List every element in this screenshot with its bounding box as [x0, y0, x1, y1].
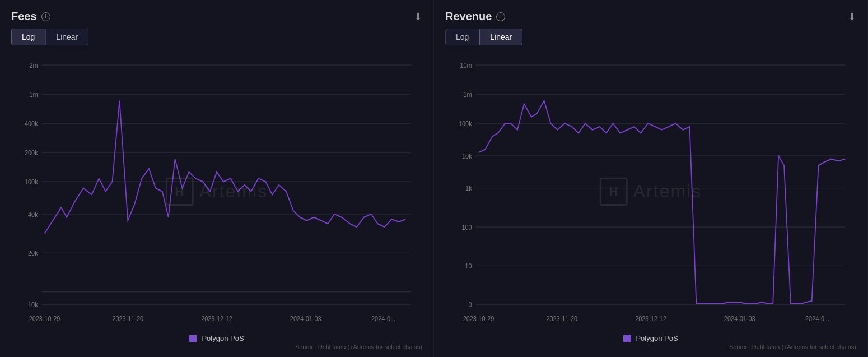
- fees-legend-label: Polygon PoS: [202, 334, 244, 342]
- svg-text:2m: 2m: [29, 61, 38, 69]
- fees-log-toggle[interactable]: Log: [11, 29, 45, 45]
- svg-text:2023-10-29: 2023-10-29: [463, 314, 494, 323]
- fees-legend-color: [189, 335, 197, 342]
- fees-legend: Polygon PoS: [11, 334, 422, 342]
- revenue-header: Revenue i ⬇: [445, 10, 856, 23]
- svg-text:10: 10: [465, 262, 472, 270]
- revenue-source: Source: DefiLlama (+Artemis for select c…: [445, 344, 856, 350]
- revenue-panel: Revenue i ⬇ Log Linear 10m 1m 100k 10k 1…: [434, 0, 868, 357]
- revenue-legend-color: [623, 335, 631, 342]
- revenue-title-group: Revenue i: [445, 10, 505, 23]
- fees-title-group: Fees i: [11, 10, 50, 23]
- svg-text:2024-0...: 2024-0...: [371, 314, 395, 323]
- revenue-download-icon[interactable]: ⬇: [848, 11, 856, 23]
- svg-text:100k: 100k: [459, 119, 472, 128]
- revenue-legend: Polygon PoS: [445, 334, 856, 342]
- svg-text:2023-12-12: 2023-12-12: [201, 314, 232, 323]
- fees-title: Fees: [11, 10, 37, 23]
- svg-text:200k: 200k: [25, 149, 38, 157]
- fees-chart-area: 2m 1m 400k 200k 100k 40k 20k 10k 2023-10…: [11, 52, 422, 331]
- fees-panel: Fees i ⬇ Log Linear 2m 1m 400k 200k 100k…: [0, 0, 434, 357]
- revenue-legend-label: Polygon PoS: [636, 334, 678, 342]
- fees-download-icon[interactable]: ⬇: [414, 11, 422, 23]
- svg-text:1m: 1m: [29, 90, 38, 99]
- svg-text:1m: 1m: [463, 90, 472, 99]
- svg-text:1k: 1k: [465, 184, 472, 193]
- fees-chart-svg: 2m 1m 400k 200k 100k 40k 20k 10k 2023-10…: [11, 52, 422, 331]
- revenue-chart-area: 10m 1m 100k 10k 1k 100 10 0 2023-10-29 2…: [445, 52, 856, 331]
- svg-text:2023-12-12: 2023-12-12: [635, 314, 666, 323]
- svg-text:2023-11-20: 2023-11-20: [546, 314, 577, 323]
- revenue-toggle-group: Log Linear: [445, 29, 856, 45]
- svg-text:100: 100: [461, 223, 472, 231]
- svg-text:2023-10-29: 2023-10-29: [29, 314, 60, 323]
- svg-text:20k: 20k: [28, 249, 38, 257]
- fees-source: Source: DefiLlama (+Artemis for select c…: [11, 344, 422, 350]
- svg-text:10k: 10k: [28, 301, 38, 309]
- fees-toggle-group: Log Linear: [11, 29, 422, 45]
- svg-text:400k: 400k: [25, 119, 38, 128]
- svg-text:40k: 40k: [28, 210, 38, 219]
- revenue-linear-toggle[interactable]: Linear: [479, 29, 522, 45]
- svg-text:2023-11-20: 2023-11-20: [112, 314, 143, 323]
- revenue-info-icon[interactable]: i: [496, 12, 505, 21]
- svg-text:10k: 10k: [462, 152, 472, 160]
- fees-linear-toggle[interactable]: Linear: [45, 29, 88, 45]
- revenue-title: Revenue: [445, 10, 492, 23]
- svg-text:2024-01-03: 2024-01-03: [724, 314, 755, 323]
- revenue-chart-svg: 10m 1m 100k 10k 1k 100 10 0 2023-10-29 2…: [445, 52, 856, 331]
- svg-text:0: 0: [469, 301, 472, 309]
- svg-text:10m: 10m: [460, 61, 472, 69]
- svg-text:2024-01-03: 2024-01-03: [290, 314, 321, 323]
- svg-text:2024-0...: 2024-0...: [805, 314, 829, 323]
- fees-header: Fees i ⬇: [11, 10, 422, 23]
- svg-text:100k: 100k: [25, 178, 38, 186]
- fees-info-icon[interactable]: i: [41, 12, 50, 21]
- revenue-log-toggle[interactable]: Log: [445, 29, 479, 45]
